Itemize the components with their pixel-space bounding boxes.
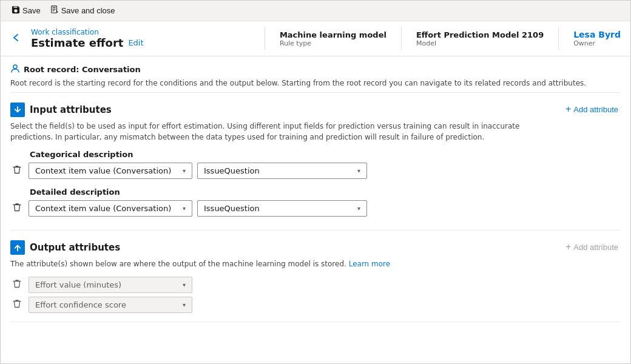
detailed-field1-value-1: Context item value (Conversation) [35,204,171,213]
output-add-attribute-label: Add attribute [573,243,618,252]
categorical-description-group: Categorical description Context item val… [10,150,621,179]
output-attributes-title-block: Output attributes [10,240,120,255]
save-icon [12,5,20,16]
output-desc-text: The attribute(s) shown below are where t… [10,260,346,268]
output-row-2: Effort confidence score ▾ [10,297,621,313]
save-close-icon [50,5,59,16]
detailed-field2-select-1[interactable]: IssueQuestion ▾ [197,200,367,217]
output-attributes-title: Output attributes [30,242,120,253]
plus-icon: + [565,104,571,115]
detailed-description-group: Detailed description Context item value … [10,187,621,217]
categorical-field2-chevron-1: ▾ [357,167,360,174]
detailed-field2-chevron-1: ▾ [357,205,360,212]
output-field2-chevron: ▾ [183,302,186,308]
input-attributes-title-block: Input attributes [10,103,112,117]
input-attributes-icon [10,103,25,117]
input-add-attribute-button[interactable]: + Add attribute [563,103,621,116]
rule-type-label: Rule type [280,39,386,47]
edit-link[interactable]: Edit [128,38,143,47]
output-plus-icon: + [565,241,571,252]
categorical-field1-select-1[interactable]: Context item value (Conversation) ▾ [29,163,192,179]
model-block: Effort Prediction Model 2109 Model [401,27,558,50]
save-label: Save [22,6,41,15]
root-record-static: Root record: [24,65,79,74]
output-field2-value: Effort confidence score [35,300,126,309]
toolbar: Save Save and close [1,1,630,21]
page-title: Estimate effort [31,36,123,49]
output-field2-select: Effort confidence score ▾ [29,297,192,313]
trash-icon [13,167,21,177]
save-close-button[interactable]: Save and close [47,4,119,17]
categorical-field1-value-1: Context item value (Conversation) [35,166,171,175]
detailed-field2-value-1: IssueQuestion [204,204,260,213]
learn-more-link[interactable]: Learn more [349,260,390,268]
categorical-field2-value-1: IssueQuestion [204,166,260,175]
output-delete-button-2[interactable] [10,298,24,312]
owner-block: Lesa Byrd Owner [558,27,621,50]
detailed-description-label: Detailed description [10,187,621,197]
root-record-label: Root record: Conversation [24,65,141,74]
back-arrow-icon [10,32,22,46]
input-attributes-section: Input attributes + Add attribute Select … [10,93,621,231]
output-field1-select: Effort value (minutes) ▾ [29,277,192,293]
detailed-delete-button-1[interactable] [10,201,24,215]
output-field1-chevron: ▾ [183,281,186,288]
rule-type-value: Machine learning model [280,30,386,39]
save-close-label: Save and close [61,6,115,15]
root-record-description: Root record is the starting record for t… [10,78,621,89]
categorical-field1-chevron-1: ▾ [183,167,186,174]
svg-point-1 [13,65,17,69]
breadcrumb[interactable]: Work classification [31,28,265,36]
header-main: Work classification Estimate effort Edit [31,27,265,50]
save-button[interactable]: Save [8,4,44,17]
input-add-attribute-label: Add attribute [573,105,618,114]
root-record-icon [10,64,20,75]
output-add-attribute-button: + Add attribute [563,240,621,254]
rule-type-block: Machine learning model Rule type [265,27,401,50]
model-value: Effort Prediction Model 2109 [416,30,544,39]
owner-name[interactable]: Lesa Byrd [573,30,621,39]
categorical-delete-button-1[interactable] [10,164,24,178]
trash-icon-3 [13,281,21,291]
detailed-field1-chevron-1: ▾ [183,205,186,212]
back-button[interactable] [10,27,22,50]
output-field1-value: Effort value (minutes) [35,280,121,289]
input-attributes-description: Select the field(s) to be used as input … [10,121,526,143]
output-attributes-header: Output attributes + Add attribute [10,240,621,255]
page-header: Work classification Estimate effort Edit… [1,21,630,56]
input-attributes-header: Input attributes + Add attribute [10,103,621,117]
output-attributes-description: The attribute(s) shown below are where t… [10,258,526,269]
trash-icon-4 [13,301,21,311]
root-record-type: Conversation [82,65,141,74]
categorical-row-1: Context item value (Conversation) ▾ Issu… [10,163,621,179]
header-meta: Machine learning model Rule type Effort … [265,27,621,50]
categorical-field2-select-1[interactable]: IssueQuestion ▾ [197,163,367,179]
output-attributes-section: Output attributes + Add attribute The at… [10,231,621,322]
output-row-1: Effort value (minutes) ▾ [10,277,621,293]
model-label: Model [416,39,544,47]
owner-label: Owner [573,39,621,47]
input-attributes-title: Input attributes [30,104,112,115]
trash-icon-2 [13,204,21,214]
detailed-row-1: Context item value (Conversation) ▾ Issu… [10,200,621,217]
page-title-row: Estimate effort Edit [31,36,265,49]
output-delete-button-1[interactable] [10,278,24,292]
content-area: Root record: Conversation Root record is… [1,56,630,350]
root-record-section: Root record: Conversation Root record is… [10,56,621,93]
root-record-title: Root record: Conversation [10,64,621,75]
detailed-field1-select-1[interactable]: Context item value (Conversation) ▾ [29,200,192,217]
output-attributes-icon [10,240,25,255]
categorical-description-label: Categorical description [10,150,621,159]
